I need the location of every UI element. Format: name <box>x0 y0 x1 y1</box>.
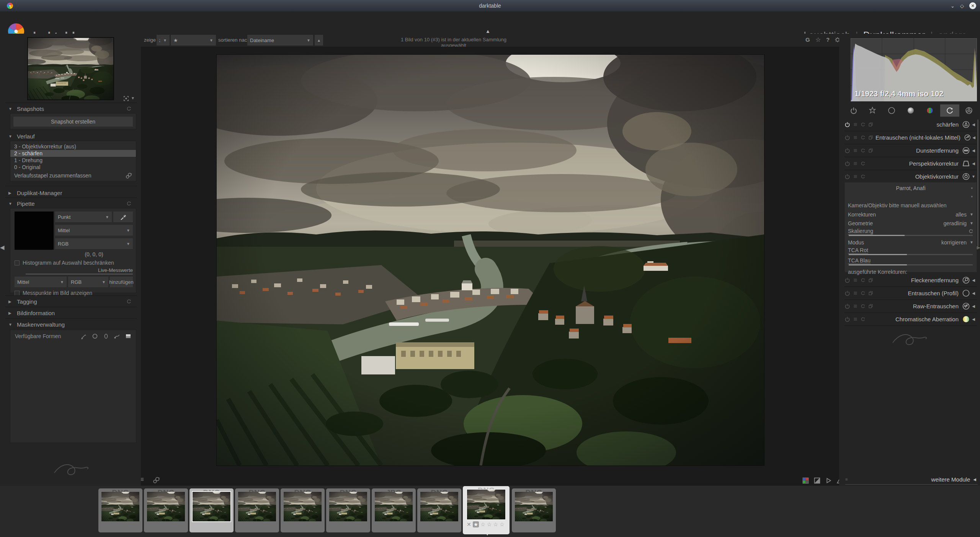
module-multiinstance-icon[interactable] <box>868 291 873 296</box>
module-row-sharpen[interactable]: schärfen ◀ <box>844 118 977 131</box>
sort-order-button[interactable]: ▲ <box>315 35 323 46</box>
history-item-selected[interactable]: 2 - schärfen <box>10 150 136 157</box>
filmstrip-thumbnail[interactable]: DNG <box>326 488 370 532</box>
filmstrip-thumbnail[interactable]: DNG <box>144 488 188 532</box>
path-shape-icon[interactable] <box>114 333 120 339</box>
module-presets-icon[interactable] <box>853 291 858 296</box>
section-tagging[interactable]: ▶ Tagging <box>5 297 137 306</box>
module-presets-icon[interactable] <box>853 317 858 322</box>
scale-slider[interactable] <box>849 235 973 236</box>
module-power-icon[interactable] <box>844 290 850 296</box>
filter-rating-dropdown[interactable]: ★▼ <box>171 35 216 46</box>
history-item[interactable]: 1 - Drehung <box>10 157 136 164</box>
filmstrip-thumbnail[interactable]: DNG <box>417 488 461 532</box>
module-collapse-icon[interactable]: ◀ <box>970 291 977 295</box>
module-reset-icon[interactable] <box>861 174 866 179</box>
histogram[interactable] <box>851 38 977 101</box>
section-mask-manager[interactable]: ▼ Maskenverwaltung <box>5 320 137 329</box>
overexposure-icon[interactable] <box>814 477 820 484</box>
create-snapshot-button[interactable]: Snapshot erstellen <box>13 117 133 127</box>
filmstrip-thumbnail[interactable]: JPG <box>372 488 416 532</box>
maximize-button[interactable]: ◇ <box>960 3 964 9</box>
section-snapshots[interactable]: ▼ Snapshots <box>5 104 137 113</box>
live-colorspace-dropdown[interactable]: RGB▼ <box>68 277 108 287</box>
circle-shape-icon[interactable] <box>92 333 98 339</box>
compress-history-icon[interactable] <box>152 476 160 484</box>
module-power-icon[interactable] <box>844 174 850 179</box>
group-tone-icon[interactable] <box>902 104 920 117</box>
reset-icon[interactable] <box>126 299 132 304</box>
module-multiinstance-icon[interactable] <box>868 148 873 153</box>
zoom-fit-icon[interactable] <box>123 96 129 101</box>
camera-model-dropdown[interactable]: Parrot, Anafi ▾ <box>848 184 973 192</box>
filmstrip-thumbnail-selected[interactable]: DNG <box>189 488 234 532</box>
reset-icon[interactable] <box>126 201 132 206</box>
module-collapse-icon[interactable]: ◀ <box>970 304 977 308</box>
mode-dropdown[interactable]: Modus korrigieren▼ <box>848 238 973 247</box>
geometry-dropdown[interactable]: Geometrie geradlinig▼ <box>848 219 973 228</box>
ellipse-shape-icon[interactable] <box>103 333 109 339</box>
module-expanded-icon[interactable]: ▼ <box>970 174 977 179</box>
picker-colorspace-dropdown[interactable]: RGB▼ <box>55 238 133 249</box>
module-power-icon[interactable] <box>844 148 850 153</box>
group-color-icon[interactable] <box>921 104 939 117</box>
group-effects-icon[interactable] <box>961 104 977 117</box>
help-icon[interactable]: ? <box>826 36 830 43</box>
module-row-raw-denoise[interactable]: Raw-Entrauschen ◀ <box>844 300 977 313</box>
collapse-left-panel-arrow[interactable]: ◀ <box>0 244 5 251</box>
group-basic-icon[interactable] <box>883 104 900 117</box>
section-history[interactable]: ▼ Verlauf <box>5 132 137 141</box>
compress-history-stack-icon[interactable] <box>125 172 132 179</box>
module-multiinstance-icon[interactable] <box>868 135 873 140</box>
overlays-star-icon[interactable]: ☆ <box>815 36 821 43</box>
module-collapse-icon[interactable]: ◀ <box>970 122 977 127</box>
history-item[interactable]: 0 - Original <box>10 164 136 171</box>
star-rating-5[interactable]: ☆ <box>500 521 505 527</box>
group-correction-icon-active[interactable] <box>940 104 959 117</box>
star-rating-3[interactable]: ☆ <box>487 521 492 527</box>
module-collapse-icon[interactable]: ◀ <box>970 317 977 321</box>
module-power-icon[interactable] <box>844 135 850 140</box>
group-active-modules-icon[interactable] <box>845 105 862 116</box>
module-row-perspective-correction[interactable]: Perspektivkorrektur ◀ <box>844 157 977 170</box>
more-modules-row[interactable]: ≡ weitere Module ◀ <box>845 474 978 485</box>
star-rating-1[interactable]: ★ <box>473 521 479 527</box>
module-reset-icon[interactable] <box>861 122 866 127</box>
corrections-dropdown[interactable]: Korrekturen alles▼ <box>848 210 973 219</box>
sort-field-dropdown[interactable]: Dateiname▼ <box>247 35 313 46</box>
live-statistic-dropdown[interactable]: Mittel▼ <box>15 277 67 287</box>
module-reset-icon[interactable] <box>861 278 866 283</box>
module-reset-icon[interactable] <box>861 317 866 322</box>
module-power-icon[interactable] <box>844 122 850 127</box>
display-samples-checkbox[interactable] <box>15 291 20 296</box>
filmstrip-thumbnail[interactable]: DNG <box>98 488 142 532</box>
module-collapse-icon[interactable]: ◀ <box>970 278 977 282</box>
module-power-icon[interactable] <box>844 277 850 283</box>
module-collapse-icon[interactable]: ◀ <box>970 148 977 153</box>
module-row-lens-correction[interactable]: Objektivkorrektur ▼ <box>844 170 977 183</box>
module-row-spot-removal[interactable]: Fleckenentfernung ◀ <box>844 274 977 287</box>
module-presets-icon[interactable] <box>853 135 858 140</box>
scale-reset-icon[interactable] <box>969 229 973 234</box>
gamut-check-icon[interactable] <box>802 477 809 484</box>
close-button[interactable]: ✕ <box>969 2 976 9</box>
module-multiinstance-icon[interactable] <box>868 122 873 127</box>
tca-red-slider[interactable] <box>849 254 973 255</box>
module-list-scrollbar[interactable] <box>977 119 978 249</box>
module-collapse-icon[interactable]: ◀ <box>970 161 977 166</box>
module-reset-icon[interactable] <box>861 135 866 140</box>
lens-model-dropdown[interactable]: ▾ <box>848 192 973 201</box>
zoom-dropdown-icon[interactable]: ▼ <box>131 96 135 100</box>
module-multiinstance-icon[interactable] <box>868 278 873 283</box>
module-presets-icon[interactable] <box>853 278 858 283</box>
navigation-preview[interactable] <box>28 38 113 99</box>
more-modules-arrow-icon[interactable]: ◀ <box>973 477 976 482</box>
module-power-icon[interactable] <box>844 316 850 322</box>
picker-mode-dropdown[interactable]: Punkt▼ <box>55 212 112 222</box>
minimize-button[interactable]: ⌄ <box>951 3 955 9</box>
picker-statistic-dropdown[interactable]: Mittel▼ <box>55 225 133 236</box>
module-reset-icon[interactable] <box>861 161 866 166</box>
color-picker-button[interactable] <box>113 212 133 222</box>
reject-icon[interactable]: ✕ <box>467 521 471 527</box>
module-row-chromatic-aberration[interactable]: Chromatische Aberration ◀ <box>844 313 977 326</box>
